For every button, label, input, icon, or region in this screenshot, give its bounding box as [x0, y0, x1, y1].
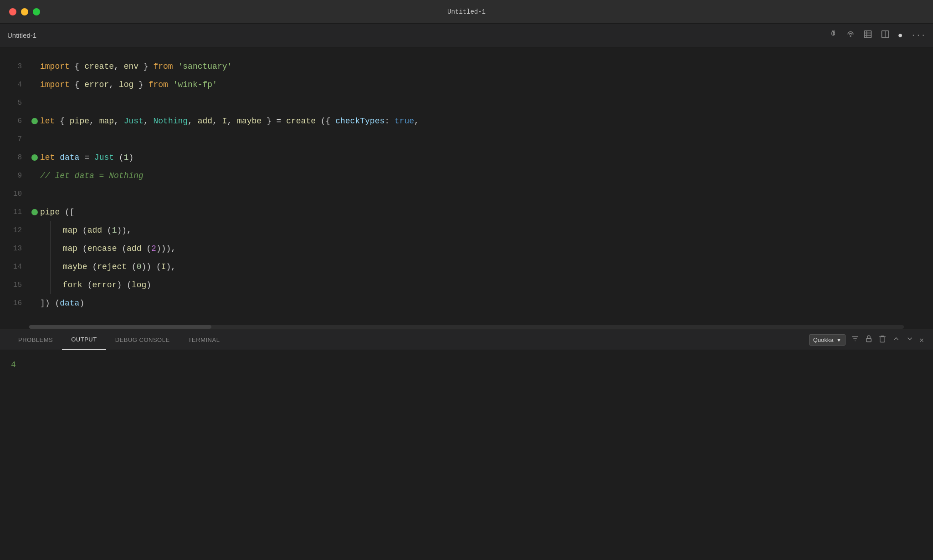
window-title: Untitled-1 [447, 8, 486, 15]
horizontal-scrollbar[interactable] [0, 324, 933, 330]
bp-8[interactable] [29, 148, 40, 167]
tab-terminal[interactable]: TERMINAL [179, 330, 229, 350]
maximize-button[interactable] [33, 8, 40, 15]
clear-icon[interactable] [878, 335, 887, 345]
panel-output-content: 4 [0, 350, 933, 560]
bp-9 [29, 167, 40, 185]
bp-3 [29, 57, 40, 76]
panel-tabs-left: PROBLEMS OUTPUT DEBUG CONSOLE TERMINAL [9, 330, 229, 350]
line-numbers: 3 4 5 6 7 8 9 10 11 12 13 14 15 16 [0, 56, 29, 321]
list-filter-icon[interactable] [851, 335, 859, 345]
scrollbar-thumb[interactable] [29, 325, 211, 329]
bp-6[interactable] [29, 112, 40, 130]
bp-14 [29, 258, 40, 276]
bp-15 [29, 276, 40, 294]
code-line-15: fork ( error ) ( log ) [40, 276, 933, 294]
scrollbar-track [29, 325, 904, 329]
breakpoints-gutter [29, 56, 40, 321]
tab-bar: Untitled-1 ● [0, 24, 933, 47]
chevron-down-icon: ▼ [836, 337, 841, 343]
bp-5 [29, 94, 40, 112]
window-controls [9, 8, 40, 15]
code-content[interactable]: import { create , env } from 'sanctuary'… [40, 56, 933, 321]
layout-icon[interactable] [863, 30, 872, 41]
bp-11[interactable] [29, 203, 40, 221]
bp-12 [29, 221, 40, 239]
svg-rect-10 [866, 338, 871, 342]
bp-13 [29, 239, 40, 258]
editor: 3 4 5 6 7 8 9 10 11 12 13 14 15 16 [0, 47, 933, 330]
dropdown-value: Quokka [813, 336, 834, 343]
vertical-scrollbar[interactable] [927, 53, 933, 324]
scroll-up-icon[interactable] [892, 335, 900, 345]
tab-problems[interactable]: PROBLEMS [9, 330, 62, 350]
flame-icon[interactable] [829, 30, 838, 41]
code-line-3: import { create , env } from 'sanctuary' [40, 57, 933, 76]
code-line-6: let { pipe , map , Just , Nothing , add … [40, 112, 933, 130]
code-line-14: maybe ( reject ( 0 )) ( I ), [40, 258, 933, 276]
code-line-8: let data = Just ( 1 ) [40, 148, 933, 167]
code-line-16: ]) ( data ) [40, 294, 933, 312]
svg-rect-1 [864, 31, 871, 38]
scroll-down-icon[interactable] [906, 335, 914, 345]
code-line-12: map ( add ( 1 )), [40, 221, 933, 239]
dot-icon[interactable]: ● [898, 31, 903, 40]
bp-16 [29, 294, 40, 312]
output-line-1: 4 [11, 357, 922, 372]
output-source-dropdown[interactable]: Quokka ▼ [809, 334, 846, 346]
more-icon[interactable]: ··· [911, 31, 926, 40]
titlebar: Untitled-1 [0, 0, 933, 24]
code-line-10 [40, 185, 933, 203]
toolbar-icons: ● ··· [829, 30, 926, 41]
code-line-7 [40, 130, 933, 148]
close-panel-icon[interactable]: ✕ [919, 336, 924, 345]
svg-point-0 [850, 36, 851, 36]
code-line-4: import { error , log } from 'wink-fp' [40, 76, 933, 94]
panel: PROBLEMS OUTPUT DEBUG CONSOLE TERMINAL Q… [0, 330, 933, 560]
split-icon[interactable] [881, 30, 890, 41]
code-line-11: pipe ([ [40, 203, 933, 221]
minimize-button[interactable] [21, 8, 28, 15]
panel-controls: Quokka ▼ [809, 334, 924, 346]
bp-7 [29, 130, 40, 148]
code-line-5 [40, 94, 933, 112]
lock-icon[interactable] [865, 335, 873, 345]
panel-tab-bar: PROBLEMS OUTPUT DEBUG CONSOLE TERMINAL Q… [0, 330, 933, 350]
code-line-13: map ( encase ( add ( 2 ))), [40, 239, 933, 258]
tab-output[interactable]: OUTPUT [62, 330, 106, 350]
bp-4 [29, 76, 40, 94]
code-area[interactable]: 3 4 5 6 7 8 9 10 11 12 13 14 15 16 [0, 53, 933, 324]
tab-label[interactable]: Untitled-1 [7, 31, 36, 39]
code-line-9: // let data = Nothing [40, 167, 933, 185]
close-button[interactable] [9, 8, 16, 15]
tab-debug-console[interactable]: DEBUG CONSOLE [106, 330, 179, 350]
bp-10 [29, 185, 40, 203]
broadcast-icon[interactable] [846, 30, 855, 41]
